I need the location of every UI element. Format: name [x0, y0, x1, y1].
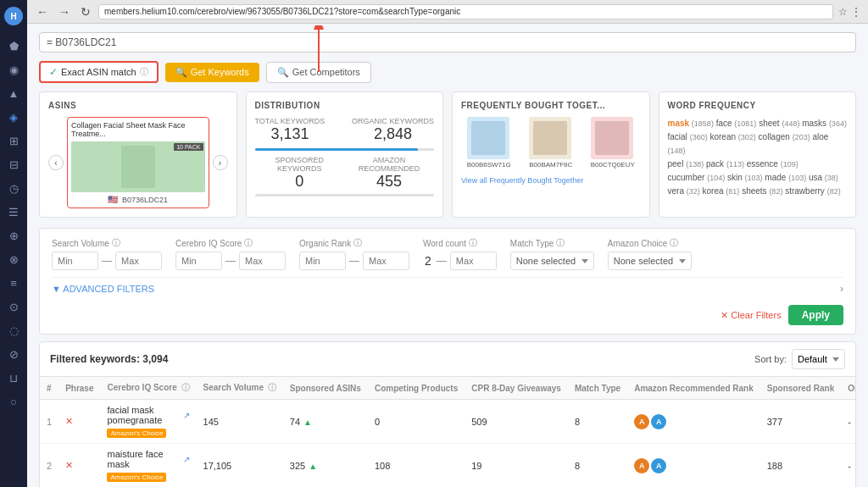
- sidebar-icon-14[interactable]: ⊘: [3, 344, 24, 364]
- badge-amazon: Amazon's Choice: [107, 429, 166, 438]
- fbt-card-title: FREQUENTLY BOUGHT TOGET...: [461, 101, 641, 110]
- sidebar-icon-13[interactable]: ◌: [3, 320, 24, 340]
- search-volume-filter: Search Volume ⓘ —: [52, 237, 162, 270]
- col-num: #: [40, 377, 58, 400]
- fbt-product-3: B00CTQ0EUY: [591, 117, 635, 169]
- sidebar-icon-15[interactable]: ⊔: [3, 368, 24, 388]
- logo: H: [4, 7, 23, 25]
- fbt-view-all-link[interactable]: View all Frequently Bought Together: [461, 176, 583, 185]
- get-keywords-button[interactable]: 🔍 Get Keywords: [165, 63, 259, 82]
- organic-rank-max[interactable]: [363, 252, 409, 270]
- external-link-icon[interactable]: ↗: [183, 455, 190, 464]
- sidebar-icon-2[interactable]: ◉: [3, 59, 24, 80]
- fbt-product-img-3: [591, 117, 633, 159]
- results-table: # Phrase Cerebro IQ Score ⓘ Search Volum…: [40, 377, 855, 487]
- dist-bar-fill-1: [255, 148, 418, 151]
- menu-icon[interactable]: ⋮: [851, 6, 861, 18]
- table-header: # Phrase Cerebro IQ Score ⓘ Search Volum…: [40, 377, 855, 400]
- match-type-inputs: None selected: [510, 252, 594, 270]
- asins-card-title: ASINS: [48, 101, 228, 110]
- sort-by-label: Sort by:: [754, 354, 787, 364]
- asin-input[interactable]: [47, 36, 849, 48]
- word-count-min-value: 2: [423, 254, 433, 268]
- carousel-prev-button[interactable]: ‹: [48, 155, 64, 170]
- asin-input-wrapper[interactable]: [39, 32, 856, 53]
- fbt-product-2: B00BAM7F8C: [529, 117, 572, 169]
- col-cpr: CPR 8-Day Giveaways: [465, 377, 568, 400]
- cell-phrase: maisture face mask ↗ Amazon's Choice: [100, 444, 196, 488]
- sort-row: Sort by: Default: [754, 349, 845, 369]
- apply-filters-button[interactable]: Apply: [788, 305, 843, 325]
- info-icon-mt: ⓘ: [556, 237, 565, 249]
- word-count-max[interactable]: [450, 252, 497, 270]
- cell-competing-products: 509: [465, 400, 568, 444]
- col-competing-products: Competing Products: [368, 377, 465, 400]
- cerebro-iq-max[interactable]: [239, 252, 286, 270]
- sponsored-keywords-item: SPONSORED KEYWORDS 0: [255, 156, 344, 191]
- sidebar-icon-12[interactable]: ⊙: [3, 296, 24, 317]
- cerebro-iq-min[interactable]: [175, 252, 222, 270]
- col-sponsored-asins: Sponsored ASINs: [283, 377, 368, 400]
- total-keywords-item: TOTAL KEYWORDS 3,131: [255, 117, 326, 143]
- star-icon[interactable]: ☆: [838, 6, 848, 18]
- back-button[interactable]: ←: [34, 5, 51, 19]
- sidebar-icon-16[interactable]: ○: [3, 391, 24, 412]
- sort-select[interactable]: Default: [792, 349, 845, 369]
- cell-x[interactable]: ✕: [58, 400, 100, 444]
- sidebar-icon-6[interactable]: ⊟: [3, 154, 24, 174]
- product-badge: 10 PACK: [174, 143, 203, 151]
- cerebro-iq-filter: Cerebro IQ Score ⓘ —: [175, 237, 286, 270]
- filtered-count: Filtered keywords: 3,094: [50, 353, 168, 365]
- exact-asin-match-button[interactable]: ✓ Exact ASIN match ⓘ: [39, 61, 159, 83]
- forward-button[interactable]: →: [56, 5, 73, 19]
- word-cucumber: cucumber: [668, 173, 705, 182]
- url-bar[interactable]: members.helium10.com/cerebro/view/967305…: [98, 4, 833, 19]
- match-type-filter: Match Type ⓘ None selected: [510, 237, 594, 270]
- fbt-products: B00B6SW71G B00BAM7F8C B00CTQ0EUY: [461, 117, 641, 169]
- word-skin: skin: [727, 173, 743, 182]
- match-icon: A: [634, 458, 649, 473]
- match-type-label: Match Type ⓘ: [510, 237, 594, 249]
- word-freq-card: WORD FREQUENCY mask (1858) face (1081) s…: [659, 91, 857, 218]
- carousel-next-button[interactable]: ›: [213, 155, 228, 170]
- phrase-text: maisture face mask: [107, 449, 180, 469]
- cell-x[interactable]: ✕: [58, 444, 100, 488]
- col-organic-rank: Organic Rank: [841, 377, 855, 400]
- cell-cpr: 8: [568, 444, 627, 488]
- refresh-button[interactable]: ↻: [78, 5, 93, 19]
- sidebar-icon-8[interactable]: ☰: [3, 202, 24, 222]
- trend-up-icon: ▲: [303, 418, 312, 427]
- cell-phrase: facial mask pomegranate ↗ Amazon's Choic…: [100, 400, 196, 444]
- match-icon: A: [651, 414, 666, 429]
- amazon-choice-select[interactable]: None selected: [608, 252, 692, 270]
- sidebar-icon-11[interactable]: ≡: [3, 273, 24, 293]
- amazon-choice-inputs: None selected: [608, 252, 692, 270]
- table-body: 1 ✕ facial mask pomegranate ↗ Amazon's C…: [40, 400, 855, 488]
- match-type-select[interactable]: None selected: [510, 252, 594, 270]
- cell-cpr: 8: [568, 400, 627, 444]
- search-volume-min[interactable]: [52, 252, 98, 270]
- sidebar-icon-9[interactable]: ⊕: [3, 225, 24, 246]
- organic-rank-inputs: —: [299, 252, 409, 270]
- word-korea: korea: [703, 186, 724, 196]
- distribution-card: DISTRIBUTION TOTAL KEYWORDS 3,131 ORGANI…: [246, 91, 444, 218]
- search-volume-max[interactable]: [115, 252, 162, 270]
- info-icon-wc: ⓘ: [469, 237, 477, 249]
- clear-filters-button[interactable]: ✕ Clear Filters: [721, 310, 781, 321]
- cell-sponsored-rank: -: [841, 444, 855, 488]
- external-link-icon[interactable]: ↗: [183, 411, 190, 420]
- sidebar-icon-1[interactable]: ⬟: [3, 36, 24, 56]
- amazon-recommended-item: AMAZON RECOMMENDED 455: [344, 156, 434, 191]
- fbt-product-img-2: [529, 117, 571, 159]
- advanced-filters-row[interactable]: ▼ ADVANCED FILTERS ›: [52, 277, 843, 300]
- sidebar-icon-7[interactable]: ◷: [3, 178, 24, 198]
- filters-section: Search Volume ⓘ — Cerebro IQ Score ⓘ: [39, 228, 856, 335]
- sidebar-icon-10[interactable]: ⊗: [3, 249, 24, 269]
- check-icon: ✓: [49, 66, 58, 78]
- sidebar-icon-3[interactable]: ▲: [3, 83, 24, 103]
- cerebro-iq-inputs: —: [175, 252, 286, 270]
- organic-rank-min[interactable]: [299, 252, 346, 270]
- word-masks: masks: [802, 119, 826, 128]
- sidebar-icon-4[interactable]: ◈: [3, 107, 24, 127]
- sidebar-icon-5[interactable]: ⊞: [3, 130, 24, 151]
